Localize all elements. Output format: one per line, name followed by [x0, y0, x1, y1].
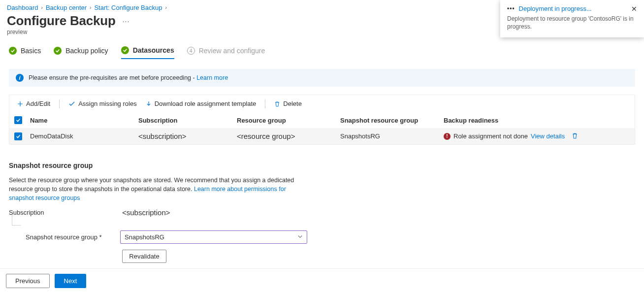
- page-title: Configure Backup: [7, 13, 116, 29]
- previous-button[interactable]: Previous: [6, 274, 50, 288]
- breadcrumb-item[interactable]: Dashboard: [7, 4, 38, 11]
- notification-toast: ••• Deployment in progress... ✕ Deployme…: [500, 0, 644, 37]
- step-label: Review and configure: [199, 47, 265, 55]
- col-subscription: Subscription: [138, 117, 237, 124]
- error-icon: !: [444, 133, 451, 140]
- step-label: Basics: [21, 47, 41, 55]
- step-number-icon: 4: [187, 47, 195, 55]
- snapshot-rg-label: Snapshot resource group *: [26, 233, 112, 241]
- chevron-right-icon: ›: [41, 5, 43, 10]
- col-readiness: Backup readiness: [444, 117, 630, 124]
- col-snapshot-rg: Snapshot resource group: [340, 117, 444, 124]
- select-value: SnapshotsRG: [125, 233, 164, 241]
- datasource-table: Name Subscription Resource group Snapsho…: [9, 112, 635, 145]
- delete-button[interactable]: Delete: [271, 98, 305, 109]
- step-datasources[interactable]: Datasources: [121, 46, 174, 59]
- section-description: Select the resource group where your sna…: [9, 176, 304, 202]
- footer-bar: Previous Next: [0, 268, 644, 293]
- subscription-label: Subscription: [9, 209, 112, 216]
- trash-icon: [274, 101, 280, 107]
- check-icon: [121, 46, 129, 54]
- close-icon[interactable]: ✕: [631, 5, 637, 13]
- snapshot-rg-section: Snapshot resource group Select the resou…: [0, 145, 644, 263]
- check-icon: [68, 101, 75, 107]
- table-header-row: Name Subscription Resource group Snapsho…: [9, 112, 635, 128]
- toast-title[interactable]: Deployment in progress...: [519, 5, 627, 12]
- table-toolbar: Add/Edit Assign missing roles Download r…: [9, 95, 635, 112]
- more-icon[interactable]: ···: [123, 17, 130, 25]
- info-icon: i: [16, 74, 24, 82]
- banner-text: Please ensure the pre-requisites are met…: [29, 74, 196, 81]
- step-label: Backup policy: [65, 47, 108, 55]
- progress-icon: •••: [507, 5, 515, 12]
- chevron-right-icon: ›: [90, 5, 91, 10]
- chevron-down-icon: [297, 233, 303, 241]
- check-icon: [9, 47, 17, 55]
- col-resource-group: Resource group: [237, 117, 340, 124]
- snapshot-rg-select[interactable]: SnapshotsRG: [120, 230, 307, 244]
- assign-roles-button[interactable]: Assign missing roles: [65, 98, 140, 109]
- divider: [59, 99, 60, 108]
- step-label: Datasources: [133, 46, 174, 54]
- subscription-value: <subscription>: [122, 208, 170, 217]
- breadcrumb-item[interactable]: Start: Configure Backup: [94, 4, 162, 11]
- download-icon: [146, 101, 152, 107]
- row-delete-icon[interactable]: [572, 132, 578, 140]
- check-icon: [54, 47, 62, 55]
- tree-connector-icon: [12, 215, 21, 226]
- cell-snapshot-rg: SnapshotsRG: [340, 132, 444, 140]
- chevron-right-icon: ›: [165, 5, 166, 10]
- toast-body: Deployment to resource group 'ContosoRG'…: [507, 15, 637, 31]
- cell-name: DemoDataDisk: [30, 132, 138, 140]
- row-checkbox[interactable]: [14, 132, 22, 140]
- step-backup-policy[interactable]: Backup policy: [54, 47, 108, 59]
- add-edit-button[interactable]: Add/Edit: [14, 98, 53, 109]
- stepper: Basics Backup policy Datasources 4 Revie…: [0, 43, 644, 59]
- next-button[interactable]: Next: [55, 274, 87, 288]
- cell-subscription: <subscription>: [138, 132, 237, 140]
- table-row[interactable]: DemoDataDisk <subscription> <resource gr…: [9, 128, 635, 144]
- revalidate-button[interactable]: Revalidate: [122, 250, 166, 263]
- cell-readiness: ! Role assignment not done View details: [444, 132, 630, 140]
- breadcrumb-item[interactable]: Backup center: [46, 4, 87, 11]
- step-basics[interactable]: Basics: [9, 47, 41, 59]
- cell-resource-group: <resource group>: [237, 132, 340, 140]
- section-heading: Snapshot resource group: [9, 162, 635, 169]
- download-template-button[interactable]: Download role assignment template: [143, 98, 259, 109]
- info-banner: i Please ensure the pre-requisites are m…: [9, 69, 635, 87]
- divider: [265, 99, 265, 108]
- select-all-checkbox[interactable]: [14, 116, 22, 124]
- view-details-link[interactable]: View details: [531, 132, 565, 140]
- banner-learn-more[interactable]: Learn more: [196, 74, 228, 81]
- col-name: Name: [30, 117, 138, 124]
- step-review: 4 Review and configure: [187, 47, 265, 59]
- plus-icon: [17, 101, 23, 107]
